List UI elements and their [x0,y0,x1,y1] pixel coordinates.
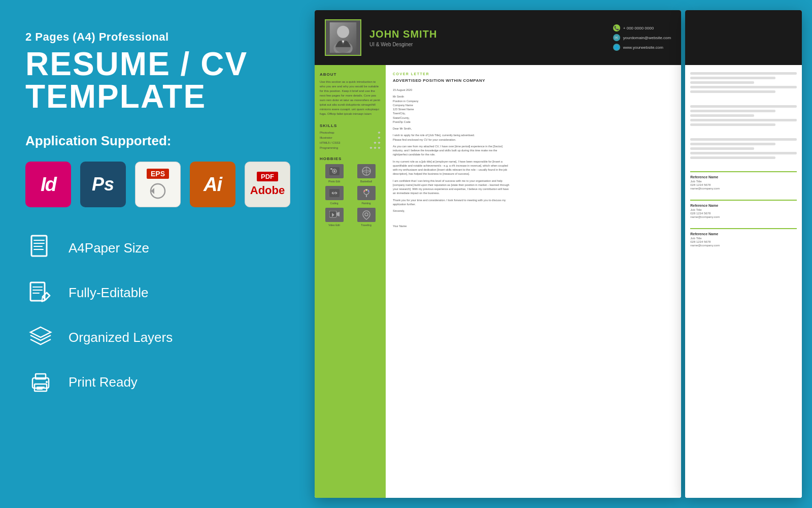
svg-rect-5 [33,246,43,247]
indesign-icon: Id [25,162,71,207]
subtitle: 2 Pages (A4) Professional [25,30,289,44]
skills-title: SKILLS [320,123,381,128]
hobby-photo-edit: Photo Edit [320,164,349,183]
feature-a4: A4Paper Size [25,233,289,263]
line-3 [690,81,754,84]
layers-icon [25,322,56,353]
eps-icon: EPS [135,162,181,207]
feature-editable-text: Fully-Editable [69,285,149,301]
line-7 [690,110,775,112]
ref3-phone: 028 1234 5678 [690,240,797,243]
svg-rect-3 [33,240,45,241]
ref3-title: Job Title [690,237,797,240]
line-14 [690,152,797,154]
skill-html: HTML5 / CSS3 [320,141,381,144]
feature-print: Print Ready [25,367,289,397]
skill-illustrator: Illustrator [320,136,381,139]
resume-body: ABOUT Use this section as a quick introd… [315,65,681,498]
contact-phone: 📞 + 000 0000 0000 [613,24,671,31]
line-2 [690,77,775,79]
right-panel: JOHN SMITH UI & Web Desginer 📞 + 000 000… [315,0,812,508]
page2-header [685,10,802,65]
about-title: ABOUT [320,72,381,77]
email-icon: ✉ [613,34,620,41]
skill-programming: Programming [320,146,381,149]
star-1 [361,131,364,134]
svg-rect-4 [33,243,45,244]
hobbies-grid: Photo Edit Basketball Codi [320,164,381,227]
ref2-name: Reference Name [690,204,797,207]
hobby-icon-painting [357,186,376,200]
resume-contact: 📞 + 000 0000 0000 ✉ yourdomain@website.c… [613,24,671,51]
about-text: Use this section as a quick introduction… [320,80,381,116]
phone-icon: 📞 [613,24,620,31]
hobby-icon-travel [357,208,376,222]
cover-para5: Thank you for your time and consideratio… [393,198,674,207]
hobby-icon-photo [325,164,344,178]
cover-para3: In my current role as a [job title] at [… [393,160,674,176]
resume-job-title: UI & Web Desginer [369,42,605,47]
resume-sidebar: ABOUT Use this section as a quick introd… [315,65,386,498]
star-3 [369,131,373,134]
reference-3: Reference Name Job Title 028 1234 5678 n… [690,228,797,247]
ref1-title: Job Title [690,180,797,183]
feature-print-text: Print Ready [69,374,138,390]
svg-point-34 [367,190,369,192]
cover-body: 15 August 2020 Mr SmithPosition in Compa… [393,88,674,228]
cover-para4: I am confident that I can bring this lev… [393,179,674,196]
cover-letter-title: COVER LETTER [393,72,674,76]
app-supported-label: Application Supported: [25,133,289,149]
svg-rect-32 [366,195,367,197]
ref1-email: name@company.com [690,187,797,190]
page2-content-block-3 [690,138,797,162]
resume-name: JOHN SMITH [369,28,605,40]
svg-rect-10 [32,293,40,294]
skill-stars-illustrator [361,136,381,139]
ref1-phone: 028 1234 5678 [690,183,797,186]
resume-main-content: COVER LETTER ADVERTISED POSITION WITHIN … [386,65,681,498]
svg-marker-14 [30,327,51,337]
line-6 [690,105,797,108]
left-panel: 2 Pages (A4) Professional RESUME / CV TE… [0,0,315,508]
feature-layers: Organized Layers [25,322,289,353]
skill-stars-html [361,141,381,144]
hobby-icon-basketball [357,164,376,178]
svg-point-39 [365,213,368,216]
svg-rect-20 [37,389,43,390]
hobby-basketball: Basketball [352,164,381,183]
hobbies-title: HOBBIES [320,156,381,161]
resume-page-2: Reference Name Job Title 028 1234 5678 n… [685,10,802,498]
star-4 [374,131,377,134]
feature-a4-text: A4Paper Size [69,240,149,256]
ref2-title: Job Title [690,208,797,211]
ref1-name: Reference Name [690,175,797,179]
page2-body: Reference Name Job Title 028 1234 5678 n… [685,65,802,498]
placeholder-lines-2 [690,105,797,126]
app-icons-row: Id Ps EPS Ai PDF Adobe [25,162,289,207]
svg-marker-37 [336,212,340,216]
illustrator-icon: Ai [190,162,235,207]
resume-name-block: JOHN SMITH UI & Web Desginer [369,28,605,47]
svg-rect-19 [37,387,45,388]
line-1 [690,72,797,75]
page2-content-block-1 [690,72,797,96]
cover-position: ADVERTISED POSITION WITHIN COMPANY [393,78,674,83]
svg-point-22 [337,26,349,38]
photoshop-icon: Ps [80,162,126,207]
line-9 [690,119,797,121]
adobe-logo: Adobe [250,184,285,197]
svg-point-27 [333,170,335,172]
skill-stars-photoshop [361,131,381,134]
line-12 [690,143,775,145]
features-list: A4Paper Size Fully-Editable [25,233,289,397]
contact-website: 🌐 www.yourwebsite.com [613,44,671,51]
hobbies-section: HOBBIES Photo Edit Basketbal [320,156,381,227]
hobby-icon-coding [325,186,344,200]
pdf-label: PDF [257,172,278,181]
reference-2: Reference Name Job Title 028 1234 5678 n… [690,200,797,219]
cover-para1: I wish to apply for the role of [Job Tit… [393,133,674,142]
line-11 [690,138,797,141]
line-8 [690,114,754,117]
print-icon [25,367,56,397]
ref2-phone: 028 1234 5678 [690,212,797,215]
